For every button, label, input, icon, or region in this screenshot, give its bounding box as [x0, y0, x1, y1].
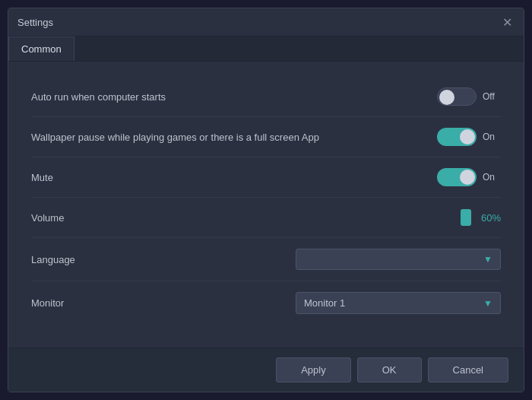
monitor-row: Monitor Monitor 1 ▼ [31, 281, 501, 325]
settings-dialog: Settings ✕ Common Auto run when computer… [8, 8, 524, 392]
wallpaper-pause-state: On [483, 132, 501, 142]
auto-run-thumb [439, 90, 454, 105]
language-label: Language [31, 254, 75, 265]
footer: Apply OK Cancel [8, 348, 524, 392]
dialog-title: Settings [17, 17, 53, 28]
monitor-label: Monitor [31, 297, 64, 309]
language-row: Language ▼ [31, 238, 501, 281]
ok-button[interactable]: OK [357, 357, 422, 383]
monitor-dropdown[interactable]: Monitor 1 ▼ [296, 292, 501, 314]
monitor-selected: Monitor 1 [304, 297, 483, 309]
mute-thumb [460, 170, 475, 185]
title-bar: Settings ✕ [8, 8, 524, 37]
close-button[interactable]: ✕ [499, 14, 515, 30]
apply-button[interactable]: Apply [276, 357, 351, 383]
mute-control: On [437, 168, 501, 186]
volume-label: Volume [31, 212, 64, 224]
language-dropdown[interactable]: ▼ [296, 249, 501, 270]
volume-control: 60% [466, 208, 501, 227]
wallpaper-pause-control: On [437, 128, 501, 146]
wallpaper-pause-thumb [460, 129, 475, 144]
monitor-control: Monitor 1 ▼ [296, 292, 501, 314]
volume-value: 60% [473, 212, 501, 224]
mute-toggle[interactable]: On [437, 168, 501, 186]
auto-run-track [437, 87, 477, 106]
language-dropdown-arrow: ▼ [483, 254, 492, 265]
wallpaper-pause-label: Wallpaper pause while playing games or t… [31, 132, 319, 143]
tab-common[interactable]: Common [8, 37, 74, 61]
auto-run-label: Auto run when computer starts [31, 91, 166, 103]
monitor-dropdown-arrow: ▼ [483, 298, 492, 309]
auto-run-state: Off [483, 91, 501, 102]
wallpaper-pause-track [437, 128, 477, 146]
volume-row: Volume [31, 198, 501, 238]
auto-run-row: Auto run when computer starts Off [31, 77, 501, 117]
auto-run-toggle[interactable]: Off [437, 87, 501, 106]
wallpaper-pause-toggle[interactable]: On [437, 128, 501, 146]
wallpaper-pause-row: Wallpaper pause while playing games or t… [31, 117, 501, 157]
language-control: ▼ [296, 249, 501, 270]
mute-label: Mute [31, 172, 53, 183]
auto-run-control: Off [437, 87, 501, 106]
mute-state: On [483, 172, 501, 183]
mute-track [437, 168, 477, 186]
mute-row: Mute On [31, 157, 501, 198]
cancel-button[interactable]: Cancel [428, 357, 508, 383]
tab-bar: Common [8, 37, 524, 62]
settings-content: Auto run when computer starts Off Wallpa… [8, 62, 524, 348]
